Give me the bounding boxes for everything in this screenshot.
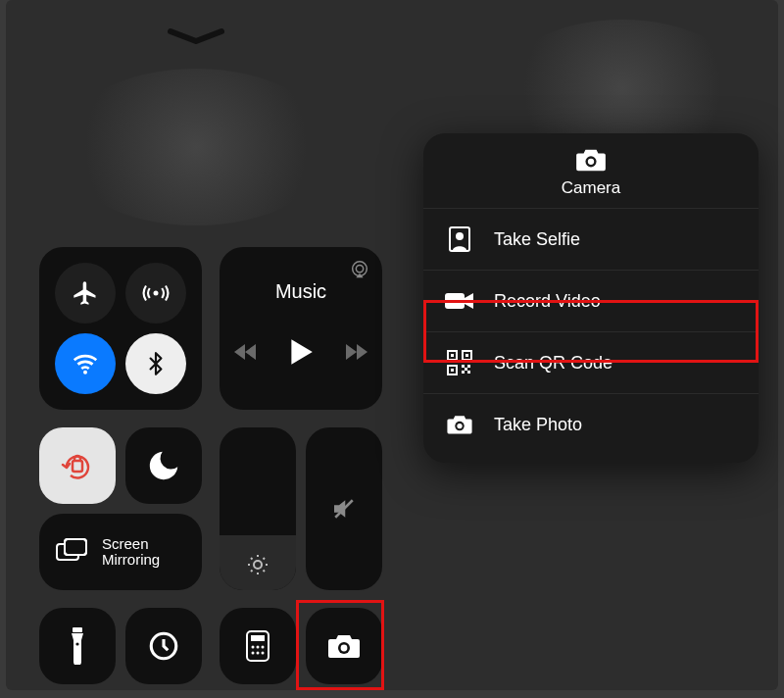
next-track-icon[interactable]	[343, 342, 368, 362]
svg-point-3	[356, 265, 363, 272]
svg-rect-35	[462, 371, 465, 374]
selfie-icon	[445, 225, 474, 253]
svg-point-39	[457, 424, 462, 428]
calculator-button[interactable]	[220, 608, 296, 684]
svg-rect-13	[251, 635, 265, 641]
camera-menu-header: Camera	[423, 147, 759, 208]
svg-point-25	[456, 232, 464, 240]
do-not-disturb-toggle[interactable]	[125, 427, 202, 504]
screen-mirroring-button[interactable]: Screen Mirroring	[39, 514, 202, 590]
svg-point-17	[252, 652, 255, 655]
connectivity-tile	[39, 247, 202, 410]
menu-item-label: Take Photo	[494, 415, 582, 435]
volume-slider[interactable]	[306, 427, 382, 590]
background-glow	[59, 69, 333, 225]
screen-mirroring-label: Screen Mirroring	[102, 536, 160, 569]
svg-rect-34	[467, 365, 470, 368]
svg-point-0	[154, 291, 159, 296]
svg-point-16	[262, 646, 265, 649]
screen-mirroring-icon	[55, 538, 88, 566]
svg-rect-32	[451, 369, 454, 372]
camera-quick-actions-menu: Camera Take Selfie Record Video Scan QR …	[423, 133, 759, 463]
brightness-slider[interactable]	[220, 427, 296, 590]
brightness-icon	[220, 553, 296, 576]
rotation-lock-toggle[interactable]	[39, 427, 116, 504]
camera-icon	[574, 147, 608, 173]
timer-button[interactable]	[125, 608, 202, 684]
previous-track-icon[interactable]	[233, 342, 259, 362]
menu-item-take-photo[interactable]: Take Photo	[423, 393, 759, 455]
flashlight-button[interactable]	[39, 608, 116, 684]
play-icon[interactable]	[288, 337, 314, 367]
annotation-highlight-camera	[296, 600, 384, 690]
svg-rect-9	[73, 627, 82, 632]
svg-point-10	[75, 642, 78, 645]
menu-item-label: Take Selfie	[494, 229, 580, 250]
svg-rect-33	[462, 365, 465, 368]
airplane-mode-toggle[interactable]	[55, 263, 116, 324]
collapse-chevron-icon[interactable]	[167, 27, 225, 45]
svg-point-8	[254, 561, 262, 569]
camera-icon	[445, 414, 474, 435]
music-tile[interactable]: Music	[220, 247, 382, 410]
airplay-icon[interactable]	[349, 259, 370, 280]
svg-rect-4	[73, 461, 82, 472]
menu-item-take-selfie[interactable]: Take Selfie	[423, 208, 759, 270]
wifi-toggle[interactable]	[55, 333, 116, 394]
svg-rect-37	[465, 368, 467, 371]
svg-rect-6	[65, 539, 86, 555]
music-title: Music	[220, 280, 382, 303]
svg-point-15	[257, 646, 260, 649]
svg-rect-36	[467, 371, 470, 374]
svg-point-19	[262, 652, 265, 655]
svg-point-14	[252, 646, 255, 649]
volume-mute-icon	[306, 494, 382, 524]
camera-menu-title: Camera	[562, 178, 620, 198]
svg-point-1	[83, 371, 87, 374]
bluetooth-toggle[interactable]	[125, 333, 186, 394]
svg-point-23	[588, 159, 594, 165]
annotation-highlight-record-video	[423, 300, 759, 363]
svg-point-18	[257, 652, 260, 655]
cellular-data-toggle[interactable]	[125, 263, 186, 324]
